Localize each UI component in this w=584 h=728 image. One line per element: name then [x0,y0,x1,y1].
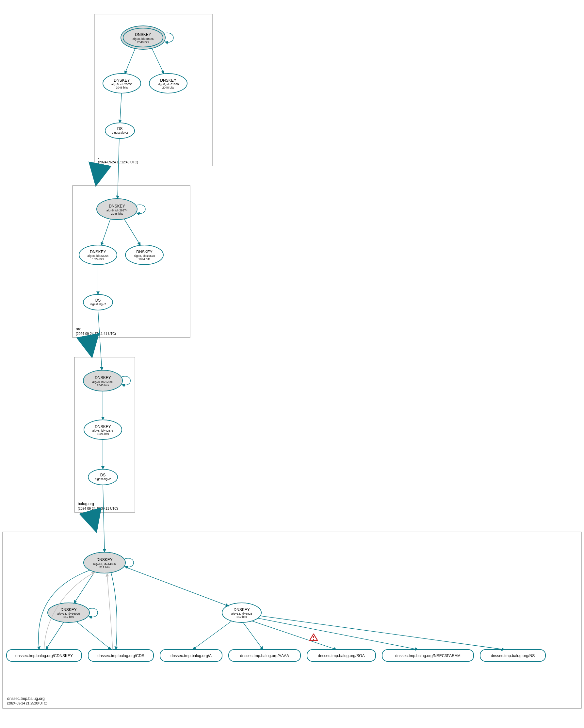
zone-root-name: . [98,155,99,160]
svg-text:digest alg=2: digest alg=2 [95,477,111,480]
edge-root-ds-to-org-ksk [117,138,119,199]
edge-root-ksk-to-zsk2 [152,48,164,74]
svg-text:alg=8, id=20038: alg=8, id=20038 [111,83,133,86]
svg-text:DS: DS [117,126,123,131]
svg-text:1024 bits: 1024 bits [97,432,109,436]
svg-text:DNSKEY: DNSKEY [90,250,106,254]
edge-dnssec-ksk-to-zsk2 [124,567,229,606]
svg-text:DS: DS [100,473,106,477]
svg-text:alg=8, id=17095: alg=8, id=17095 [92,380,114,384]
rrset-soa: dnssec.tmp.balug.org/SOA [307,650,376,661]
svg-text:dnssec.tmp.balug.org/AAAA: dnssec.tmp.balug.org/AAAA [240,653,289,658]
svg-text:alg=8, id=20326: alg=8, id=20326 [133,37,154,41]
balug-zsk: DNSKEY alg=8, id=42576 1024 bits [84,420,122,440]
svg-text:512 bits: 512 bits [237,615,247,619]
svg-text:dnssec.tmp.balug.org/CDS: dnssec.tmp.balug.org/CDS [97,653,144,658]
svg-text:DNSKEY: DNSKEY [234,607,249,612]
zone-org-name: org [76,327,81,331]
rrset-aaaa: dnssec.tmp.balug.org/AAAA [229,650,300,661]
dnssec-ksk: DNSKEY alg=13, id=44866 512 bits [84,552,134,573]
edge-root-ksk-to-zsk1 [125,48,135,74]
zone-balug-name: balug.org [78,501,94,506]
org-ds: DS digest alg=2 [83,294,113,310]
svg-text:DS: DS [96,298,101,303]
rrset-nsec3param: dnssec.tmp.balug.org/NSEC3PARAM [382,650,474,661]
svg-text:2048 bits: 2048 bits [97,384,109,387]
rrset-cds: dnssec.tmp.balug.org/CDS [88,650,154,661]
root-ksk: DNSKEY alg=8, id=20326 2048 bits [121,26,174,49]
svg-text:2048 bits: 2048 bits [116,86,128,89]
root-zsk-20038: DNSKEY alg=8, id=20038 2048 bits [103,74,141,93]
svg-text:DNSKEY: DNSKEY [95,424,111,429]
edge-org-ksk-to-zsk2 [124,219,140,245]
rrset-ns: dnssec.tmp.balug.org/NS [480,650,546,661]
warning-icon [310,634,317,641]
svg-text:dnssec.tmp.balug.org/A: dnssec.tmp.balug.org/A [170,653,212,658]
zone-dnssec-time: (2024-09-24 21:25:08 UTC) [7,702,47,705]
balug-ksk: DNSKEY alg=8, id=17095 2048 bits [83,370,130,391]
svg-text:DNSKEY: DNSKEY [109,204,125,208]
org-ksk-self-sign [136,205,145,214]
edge-balug-to-dnssec-delegation [91,512,96,529]
edge-root-zsk1-to-ds [120,94,122,123]
zone-root-time: (2024-09-24 15:12:40 UTC) [98,160,138,164]
rrset-cdnskey: dnssec.tmp.balug.org/CDNSKEY [6,650,82,661]
svg-text:2048 bits: 2048 bits [162,86,175,89]
svg-text:512 bits: 512 bits [63,615,74,619]
edge-balug-ds-to-dnssec-ksk [103,485,105,552]
zone-balug-time: (2024-09-24 18:39:11 UTC) [78,507,118,511]
edge-grey-cds-up [107,573,113,650]
edge-dnssec-ksk-to-zsk1 [74,572,95,603]
svg-text:512 bits: 512 bits [99,566,110,569]
svg-text:alg=13, id=44866: alg=13, id=44866 [93,562,116,566]
svg-text:dnssec.tmp.balug.org/NSEC3PARA: dnssec.tmp.balug.org/NSEC3PARAM [395,653,460,658]
svg-text:2048 bits: 2048 bits [137,41,149,44]
svg-text:DNSKEY: DNSKEY [96,557,112,562]
edge-zsk1-to-cds [77,622,111,650]
dnssec-zsk1-self-sign [89,608,98,617]
svg-text:digest alg=2: digest alg=2 [90,303,106,306]
svg-text:DNSKEY: DNSKEY [160,78,176,83]
dnssec-ksk-self-sign [125,558,134,567]
svg-text:dnssec.tmp.balug.org/NS: dnssec.tmp.balug.org/NS [491,653,535,658]
edge-zsk2-to-a [193,621,232,650]
svg-text:alg=8, id=15678: alg=8, id=15678 [134,254,155,258]
zone-org-time: (2024-09-24 17:11:41 UTC) [76,332,116,336]
svg-text:DNSKEY: DNSKEY [95,375,111,380]
svg-text:1024 bits: 1024 bits [92,258,104,261]
dnssec-zsk-36925: DNSKEY alg=13, id=36925 512 bits [48,603,98,622]
balug-ds: DS digest alg=2 [88,469,117,485]
edge-zsk2-to-ns [261,616,505,650]
edge-zsk2-to-aaaa [243,623,263,650]
root-ds: DS digest alg=2 [105,123,135,138]
svg-text:alg=13, id=6523: alg=13, id=6523 [231,612,253,615]
svg-text:dnssec.tmp.balug.org/CDNSKEY: dnssec.tmp.balug.org/CDNSKEY [15,653,73,658]
dnssec-authentication-graph: . (2024-09-24 15:12:40 UTC) DNSKEY alg=8… [0,0,584,728]
svg-text:alg=8, id=42576: alg=8, id=42576 [92,429,114,432]
org-zsk-23064: DNSKEY alg=8, id=23064 1024 bits [79,245,117,265]
svg-text:digest alg=2: digest alg=2 [112,131,128,134]
org-ksk: DNSKEY alg=8, id=26974 2048 bits [97,199,145,219]
svg-text:alg=13, id=36925: alg=13, id=36925 [57,612,80,615]
edge-root-to-org-delegation [96,166,100,183]
edge-org-ksk-to-zsk1 [101,219,110,245]
zone-dnssec-name: dnssec.tmp.balug.org [7,696,45,701]
edge-org-to-balug-delegation [88,338,91,355]
svg-text:DNSKEY: DNSKEY [136,250,152,254]
edge-zsk2-to-nsec3p [258,618,418,650]
svg-text:alg=8, id=61050: alg=8, id=61050 [158,83,179,86]
root-zsk-61050: DNSKEY alg=8, id=61050 2048 bits [149,74,187,93]
org-zsk-15678: DNSKEY alg=8, id=15678 1024 bits [126,245,163,265]
svg-text:2048 bits: 2048 bits [111,212,123,215]
svg-text:dnssec.tmp.balug.org/SOA: dnssec.tmp.balug.org/SOA [318,653,365,658]
balug-ksk-self-sign [122,376,130,385]
svg-text:alg=8, id=26974: alg=8, id=26974 [106,209,128,212]
svg-text:DNSKEY: DNSKEY [135,32,151,37]
svg-text:DNSKEY: DNSKEY [60,607,76,612]
svg-text:DNSKEY: DNSKEY [114,78,130,83]
svg-text:1024 bits: 1024 bits [138,258,151,261]
svg-text:alg=8, id=23064: alg=8, id=23064 [87,254,109,258]
edge-org-ds-to-balug-ksk [98,310,102,370]
svg-point-69 [313,639,314,640]
rrset-a: dnssec.tmp.balug.org/A [160,650,222,661]
